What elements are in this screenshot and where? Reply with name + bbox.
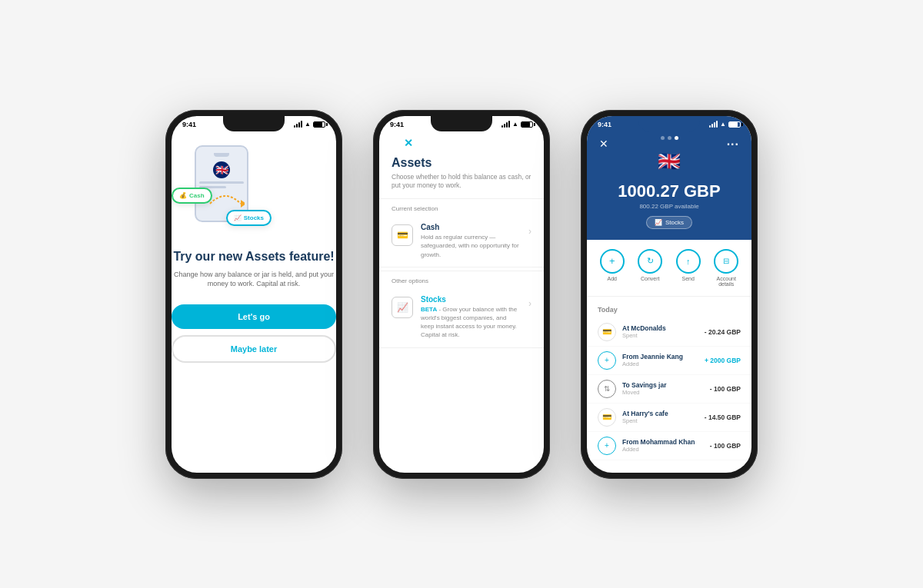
stocks-pill-icon: 📈 — [655, 219, 662, 226]
balance-available: 800.22 GBP available — [639, 203, 698, 210]
cash-icon-box: 💳 — [392, 224, 413, 246]
tx-mohammad[interactable]: + From Mohammad Khan Added - 100 GBP — [587, 432, 751, 460]
illustration: 🇬🇧 💰 Cash 📈 — [172, 138, 272, 238]
battery-icon-3 — [728, 121, 741, 128]
tx-icon-plus-2: + — [598, 437, 616, 455]
close-section: ✕ — [379, 130, 544, 150]
mock-notch — [214, 153, 229, 157]
battery-icon — [313, 121, 325, 128]
tx-name-harrys: At Harry's cafe — [622, 410, 698, 417]
stocks-asset-detail: BETA - Grow your balance with the world'… — [421, 305, 521, 340]
account-details-circle: ⊟ — [714, 249, 738, 274]
tx-amount-savings: - 100 GBP — [710, 385, 741, 393]
maybe-later-button[interactable]: Maybe later — [172, 335, 336, 363]
send-label: Send — [682, 276, 695, 281]
tx-status-savings: Moved — [622, 389, 704, 396]
cash-asset-detail: Hold as regular currency — safeguarded, … — [421, 233, 521, 259]
tx-jeannie[interactable]: + From Jeannie Kang Added + 2000 GBP — [587, 347, 751, 375]
account-header: ✕ ··· 🇬🇧 1000.27 GBP 800.22 GBP availabl… — [587, 131, 751, 240]
tx-icon-plus-1: + — [598, 351, 616, 370]
convert-circle: ↻ — [638, 249, 662, 274]
tx-status-harrys: Spent — [622, 417, 698, 424]
time-2: 9:41 — [390, 121, 404, 128]
cash-icon: 💰 — [179, 192, 187, 199]
tx-info-jeannie: From Jeannie Kang Added — [622, 353, 698, 367]
tx-harrys[interactable]: 💳 At Harry's cafe Spent - 14.50 GBP — [587, 404, 751, 432]
chevron-right-cash: › — [528, 226, 531, 237]
promo-description: Change how any balance or jar is held, a… — [172, 270, 336, 289]
phone-2-content: ✕ Assets Choose whether to hold this bal… — [379, 130, 544, 348]
close-button-3[interactable]: ✕ — [599, 138, 608, 150]
tx-name-mohammad: From Mohammad Khan — [622, 438, 704, 446]
notch-1 — [223, 116, 285, 131]
phone-3: 9:41 ▲ ✕ ··· — [581, 110, 758, 479]
tx-status-mcdonalds: Spent — [622, 332, 698, 339]
wifi-icon: ▲ — [305, 121, 311, 128]
chevron-right-stocks: › — [528, 298, 531, 309]
tx-name-savings: To Savings jar — [622, 381, 704, 389]
tx-name-jeannie: From Jeannie Kang — [622, 353, 698, 360]
account-details-label: Account details — [717, 276, 736, 287]
action-bar: + Add ↻ Convert ↑ Send ⊟ Account details — [587, 240, 751, 297]
signal-icon-3 — [709, 121, 718, 128]
cash-asset-info: Cash Hold as regular currency — safeguar… — [421, 223, 521, 259]
today-label: Today — [587, 303, 751, 318]
assets-title: Assets — [379, 150, 544, 173]
tx-mcdonalds[interactable]: 💳 At McDonalds Spent - 20.24 GBP — [587, 318, 751, 347]
cash-asset-item[interactable]: 💳 Cash Hold as regular currency — safegu… — [379, 215, 544, 267]
stocks-pill[interactable]: 📈 Stocks — [646, 216, 692, 229]
stocks-chart-icon: 📈 — [234, 214, 242, 221]
tx-amount-jeannie: + 2000 GBP — [705, 357, 741, 364]
phone-1-content: 🇬🇧 💰 Cash 📈 — [172, 130, 336, 363]
stocks-pill-label: Stocks — [665, 219, 684, 226]
convert-label: Convert — [641, 276, 660, 281]
tx-icon-arrows: ⇅ — [598, 380, 616, 398]
tx-icon-card-1: 💳 — [598, 323, 616, 341]
cash-asset-icon: 💳 — [397, 230, 408, 241]
phones-container: 9:41 ▲ — [135, 79, 788, 510]
notch-2 — [431, 116, 492, 131]
stocks-asset-info: Stocks BETA - Grow your balance with the… — [421, 295, 521, 340]
more-button[interactable]: ··· — [727, 138, 739, 151]
status-icons-3: ▲ — [709, 121, 741, 128]
tx-icon-card-2: 💳 — [598, 408, 616, 427]
tx-amount-mcdonalds: - 20.24 GBP — [705, 328, 741, 336]
status-icons-2: ▲ — [501, 121, 533, 128]
time-3: 9:41 — [598, 121, 611, 128]
send-action[interactable]: ↑ Send — [676, 249, 701, 287]
tx-info-mohammad: From Mohammad Khan Added — [622, 438, 704, 453]
promo-title: Try our new Assets feature! — [172, 249, 336, 264]
phone-2: 9:41 ▲ ✕ Ass — [373, 110, 550, 479]
notch-3 — [638, 116, 700, 131]
tx-savings[interactable]: ⇅ To Savings jar Moved - 100 GBP — [587, 375, 751, 404]
tx-status-jeannie: Added — [622, 360, 698, 367]
account-details-action[interactable]: ⊟ Account details — [714, 249, 738, 287]
lets-go-button[interactable]: Let's go — [172, 304, 336, 329]
phone-1-screen: 9:41 ▲ — [172, 116, 336, 473]
tx-info-mcdonalds: At McDonalds Spent — [622, 324, 698, 339]
wifi-icon-3: ▲ — [720, 121, 726, 128]
cash-label: Cash — [189, 192, 205, 199]
tx-name-mcdonalds: At McDonalds — [622, 324, 698, 332]
dot-3-active — [675, 136, 678, 140]
assets-description: Choose whether to hold this balance as c… — [379, 173, 544, 199]
wifi-icon-2: ▲ — [512, 121, 518, 128]
tx-status-mohammad: Added — [622, 446, 704, 453]
add-circle: + — [600, 249, 625, 274]
stocks-asset-name: Stocks — [421, 295, 521, 304]
stocks-asset-item[interactable]: 📈 Stocks BETA - Grow your balance with t… — [379, 287, 544, 348]
time-1: 9:41 — [182, 121, 196, 128]
add-action[interactable]: + Add — [600, 249, 625, 287]
tx-amount-harrys: - 14.50 GBP — [705, 414, 741, 421]
phone-1: 9:41 ▲ — [165, 110, 342, 479]
close-button-2[interactable]: ✕ — [392, 137, 425, 149]
add-label: Add — [608, 276, 617, 281]
convert-action[interactable]: ↻ Convert — [638, 249, 662, 287]
mock-line — [199, 181, 244, 184]
tx-info-savings: To Savings jar Moved — [622, 381, 704, 396]
dot-1 — [661, 136, 665, 140]
transactions-list: Today 💳 At McDonalds Spent - 20.24 GBP +… — [587, 297, 751, 473]
uk-flag-mock: 🇬🇧 — [213, 161, 230, 178]
beta-tag: BETA — [421, 306, 437, 313]
status-icons-1: ▲ — [294, 121, 325, 128]
